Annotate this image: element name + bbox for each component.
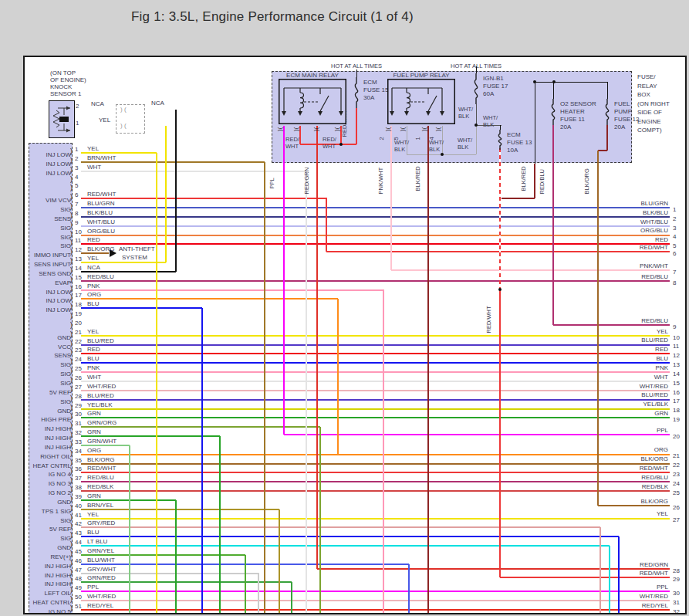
wire-v: [356, 108, 357, 144]
right-wire-label: BLK/BLU: [497, 209, 668, 216]
right-pin-number: 6: [673, 250, 676, 257]
wire-h: [81, 481, 670, 482]
pin-number: 9: [75, 219, 78, 226]
right-wire-label: WHT/BLU: [497, 218, 668, 225]
right-pin-number: 1: [673, 206, 676, 213]
wire-v: [427, 126, 429, 614]
right-pin-number: 5: [673, 242, 676, 249]
wire-h: [81, 545, 610, 547]
wire-color-label: BLU/RED: [87, 337, 114, 344]
right-pin-number: 7: [673, 269, 676, 276]
left-pin-label: EVAP: [30, 279, 71, 286]
left-pin-label: INJ HIGH: [30, 563, 71, 570]
right-wire-label: WHT: [497, 374, 668, 381]
relay-name: FUEL PUMP RELAY: [387, 72, 455, 79]
wire-v: [383, 289, 384, 614]
left-pin-label: SENS INPUT: [30, 261, 71, 268]
wire-color-label: WHT/BLK: [394, 139, 409, 153]
left-pin-label: IG NO 3: [30, 480, 71, 487]
connector-bracket: )(: [436, 127, 443, 131]
right-wire-label: PNK: [497, 364, 668, 371]
left-pin-label: SIG: [30, 206, 71, 213]
left-pin-label: GND: [30, 544, 71, 551]
wire-color-label: RED/WHT: [323, 136, 336, 150]
page: { "title": "Fig 1: 3.5L, Engine Performa…: [0, 0, 689, 616]
rotated-wire-label: PPL: [269, 178, 276, 188]
right-pin-number: 4: [673, 233, 676, 240]
wire-h: [535, 82, 607, 83]
wire-color-label: GRN: [87, 410, 101, 417]
wire-v: [476, 104, 477, 125]
nca-label-2: NCA: [151, 100, 164, 107]
wire-v: [258, 573, 259, 614]
wire-h: [500, 577, 670, 578]
right-pin-number: 26: [673, 504, 680, 511]
fuse-symbol-icon: [470, 73, 482, 104]
wire-v: [245, 555, 246, 614]
right-pin-number: 10: [673, 334, 680, 341]
wire-v: [606, 125, 608, 151]
relay-symbol: [279, 79, 346, 124]
rotated-wire-label: RED/BLU: [539, 169, 546, 195]
fuse-relay-box-label: FUSE/RELAYBOX(ON RIGHTSIDE OFENGINECOMPT…: [637, 73, 670, 135]
wire-h: [81, 152, 157, 154]
wire-v: [599, 527, 601, 614]
wire-v: [535, 82, 535, 164]
inline-connector-pins-icon: ) (: [120, 106, 127, 113]
wire-color-label: BLK/ORG: [87, 456, 115, 463]
wire-h: [81, 573, 258, 574]
right-pin-number: 29: [673, 576, 680, 583]
left-pin-label: INJ HIGH: [30, 435, 71, 442]
fuse-label: IGN-B1FUSE 1760A: [483, 75, 508, 98]
right-pin-number: 16: [673, 389, 680, 396]
wire-h: [502, 198, 535, 199]
rotated-wire-label: BLK/RED: [415, 166, 422, 191]
left-pin-label: INJ HIGH: [30, 444, 71, 451]
wire-v: [283, 126, 285, 435]
wire-v: [553, 82, 554, 99]
left-pin-label: INJ HIGH: [30, 580, 71, 587]
right-wire-label: GRN: [497, 410, 668, 417]
fuse-label: ECMFUSE 1310A: [507, 131, 532, 154]
connector-bracket: ): [70, 176, 73, 183]
wire-v: [264, 162, 265, 614]
wire-color-label: GRN: [87, 492, 101, 499]
left-pin-label: SIG: [30, 234, 71, 241]
inline-connector-pins-icon: ) (: [120, 122, 127, 129]
right-pin-number: 32: [673, 608, 680, 614]
wire-h: [81, 526, 600, 528]
wire-color-label: RED: [87, 236, 100, 243]
left-pin-label: SIG: [30, 517, 71, 524]
knock-sensor-symbol: [49, 100, 75, 138]
right-wire-label: BLK/ORG: [497, 455, 668, 462]
wire-h: [81, 381, 670, 382]
left-pin-label: VIM VCV: [30, 197, 71, 204]
wire-v: [316, 126, 318, 569]
wire-color-label: GRN/YEL: [87, 547, 114, 554]
wire-v: [609, 546, 610, 614]
wire-v: [165, 126, 167, 262]
fuse-label: FUELPUMPFUSE 1220A: [614, 100, 639, 131]
wire-color-label: GRN/WHT: [87, 438, 117, 445]
fuse-symbol-icon: [601, 99, 613, 125]
pin-number: 5: [75, 182, 78, 189]
left-pin-label: HIGH PRE: [30, 416, 71, 423]
wire-color-label: YEL: [87, 255, 99, 262]
wire-h: [81, 445, 130, 446]
relay-symbol: [387, 79, 455, 124]
right-pin-number: 31: [673, 599, 680, 606]
wire-v: [534, 164, 535, 198]
wire-color-label: BLU/RED: [87, 392, 114, 399]
left-pin-label: SIG: [30, 242, 71, 249]
right-wire-label: BLU/GRN: [497, 200, 668, 207]
wire-color-label: GRN/ORG: [87, 419, 117, 426]
left-pin-label: SENS: [30, 215, 71, 222]
left-pin-label: HEAT CNTRL: [30, 599, 71, 606]
right-wire-label: BLU/RED: [497, 337, 668, 344]
rotated-wire-label: BLK/RED: [521, 166, 528, 191]
wire-color-label: BLU: [87, 355, 100, 362]
left-pin-label: GND: [30, 408, 71, 415]
wire-h: [317, 568, 670, 570]
fuse-label: O2 SENSORHEATERFUSE 1120A: [560, 100, 596, 131]
right-wire-label: WHT/RED: [497, 383, 668, 390]
